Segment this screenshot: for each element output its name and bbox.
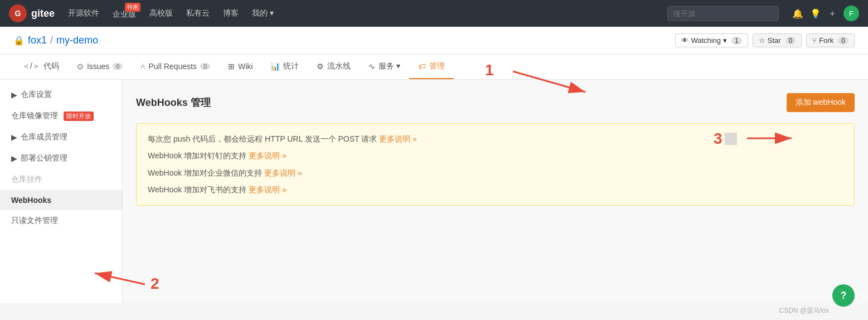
repo-settings-label: 仓库设置: [21, 90, 52, 100]
watching-label: Watching: [691, 36, 721, 45]
page-title: WebHooks 管理: [136, 96, 211, 109]
wiki-icon: ⊞: [228, 62, 235, 71]
arrow-right-icon-members: ▶: [11, 133, 17, 142]
services-icon: ∿: [368, 62, 375, 71]
gitee-logo[interactable]: G gitee: [9, 4, 55, 22]
info-box: 每次您 push 代码后，都会给远程 HTTP URL 发送一个 POST 请求…: [136, 123, 855, 206]
info-line-1: 每次您 push 代码后，都会给远程 HTTP URL 发送一个 POST 请求…: [148, 133, 843, 145]
eye-icon: 👁: [681, 36, 688, 45]
sidebar-item-widget: 仓库挂件: [0, 169, 122, 190]
info-link-2[interactable]: 更多说明 »: [249, 151, 287, 160]
tab-pr-label: Pull Requests: [148, 62, 196, 71]
logo-text: gitee: [31, 8, 55, 20]
nav-icons: 🔔 💡 ＋ F: [792, 6, 859, 21]
search-input[interactable]: [667, 6, 779, 21]
sidebar-item-repo-settings[interactable]: ▶ 仓库设置: [0, 84, 122, 105]
code-icon: ＜/＞: [22, 61, 40, 71]
help-button[interactable]: ?: [832, 284, 855, 303]
manage-icon: 🏷: [418, 62, 426, 71]
tab-pipeline-label: 流水线: [327, 61, 351, 71]
plus-icon[interactable]: ＋: [828, 8, 837, 20]
bell-icon[interactable]: 🔔: [792, 8, 803, 19]
tab-issues-label: Issues: [87, 62, 109, 71]
fork-icon: ⑂: [812, 36, 817, 45]
pr-badge: 0: [200, 63, 210, 70]
webhooks-label: WebHooks: [11, 196, 51, 205]
mirror-label: 仓库镜像管理: [11, 111, 58, 121]
nav-item-mine[interactable]: 我的 ▾: [252, 8, 274, 18]
stats-icon: 📊: [270, 62, 280, 71]
star-count: 0: [785, 37, 796, 45]
star-button[interactable]: ☆ Star 0: [753, 33, 802, 47]
repo-owner-link[interactable]: fox1: [28, 35, 47, 46]
tab-code[interactable]: ＜/＞ 代码: [13, 55, 68, 79]
sidebar-item-webhooks[interactable]: WebHooks: [0, 190, 122, 210]
readonly-label: 只读文件管理: [11, 216, 58, 226]
sidebar: ▶ 仓库设置 仓库镜像管理 限时开放 ▶ 仓库成员管理 ▶ 部署公钥管理 仓库挂…: [0, 80, 123, 303]
sidebar-item-mirror[interactable]: 仓库镜像管理 限时开放: [0, 105, 122, 127]
pr-icon: ⑃: [140, 62, 145, 71]
issues-badge: 0: [113, 63, 123, 70]
main-content: ▶ 仓库设置 仓库镜像管理 限时开放 ▶ 仓库成员管理 ▶ 部署公钥管理 仓库挂…: [0, 80, 868, 303]
tab-pull-requests[interactable]: ⑃ Pull Requests 0: [132, 55, 219, 79]
members-label: 仓库成员管理: [21, 132, 67, 142]
arrow-right-icon-deploy: ▶: [11, 154, 17, 163]
tab-code-label: 代码: [43, 61, 59, 71]
watching-dropdown-icon: ▾: [723, 36, 727, 45]
nav-item-university[interactable]: 高校版: [149, 8, 173, 18]
bulb-icon[interactable]: 💡: [810, 8, 821, 19]
tab-manage[interactable]: 🏷 管理: [409, 55, 454, 79]
watching-count: 1: [731, 37, 742, 45]
fork-count: 0: [838, 37, 848, 45]
nav-item-enterprise[interactable]: 企业版 特惠: [113, 7, 136, 20]
star-icon: ☆: [759, 36, 765, 45]
info-line-2: WebHook 增加对钉钉的支持 更多说明 »: [148, 149, 843, 162]
repo-actions: 👁 Watching ▾ 1 ☆ Star 0 ⑂ Fork 0: [675, 33, 855, 47]
add-webhook-button[interactable]: 添加 webHook: [787, 93, 855, 112]
tab-services-label: 服务 ▾: [379, 61, 400, 71]
logo-circle: G: [9, 4, 27, 22]
nav-item-private-cloud[interactable]: 私有云: [186, 8, 210, 18]
sidebar-item-deploy-keys[interactable]: ▶ 部署公钥管理: [0, 148, 122, 169]
tab-wiki-label: Wiki: [238, 62, 253, 71]
sidebar-item-readonly[interactable]: 只读文件管理: [0, 210, 122, 231]
tejia-badge: 特惠: [125, 3, 140, 12]
issues-icon: ⊙: [77, 62, 84, 71]
sidebar-item-members[interactable]: ▶ 仓库成员管理: [0, 127, 122, 148]
repo-title: 🔒 fox1 / my-demo: [13, 35, 98, 46]
repo-header: 🔒 fox1 / my-demo 👁 Watching ▾ 1 ☆ Star 0…: [0, 27, 868, 55]
info-link-1[interactable]: 更多说明 »: [379, 134, 417, 143]
top-navigation: G gitee 开源软件 企业版 特惠 高校版 私有云 博客 我的 ▾ 🔔 💡 …: [0, 0, 868, 27]
tab-issues[interactable]: ⊙ Issues 0: [68, 55, 132, 79]
info-link-3[interactable]: 更多说明 »: [264, 168, 302, 177]
content-area: WebHooks 管理 添加 webHook 每次您 push 代码后，都会给远…: [123, 80, 868, 303]
watching-button[interactable]: 👁 Watching ▾ 1: [675, 33, 748, 47]
repo-name-link[interactable]: my-demo: [56, 35, 98, 46]
tab-services[interactable]: ∿ 服务 ▾: [360, 55, 409, 79]
widget-label: 仓库挂件: [11, 174, 42, 185]
tab-manage-label: 管理: [429, 61, 445, 71]
mirror-badge: 限时开放: [64, 111, 94, 121]
fork-label: Fork: [819, 36, 833, 45]
avatar[interactable]: F: [843, 6, 859, 21]
fork-button[interactable]: ⑂ Fork 0: [806, 33, 855, 47]
pipeline-icon: ⚙: [317, 62, 324, 71]
nav-item-blog[interactable]: 博客: [223, 8, 239, 18]
tab-wiki[interactable]: ⊞ Wiki: [219, 55, 261, 79]
info-link-4[interactable]: 更多说明 »: [249, 185, 287, 194]
info-line-3: WebHook 增加对企业微信的支持 更多说明 »: [148, 167, 843, 179]
tab-stats-label: 统计: [283, 61, 299, 71]
deploy-keys-label: 部署公钥管理: [21, 153, 67, 163]
star-label: Star: [768, 36, 781, 45]
lock-icon: 🔒: [13, 35, 25, 46]
tab-stats[interactable]: 📊 统计: [261, 55, 308, 79]
tab-navigation: ＜/＞ 代码 ⊙ Issues 0 ⑃ Pull Requests 0 ⊞ Wi…: [0, 55, 868, 80]
content-header: WebHooks 管理 添加 webHook: [136, 93, 855, 112]
arrow-right-icon: ▶: [11, 90, 17, 99]
separator: /: [50, 35, 53, 46]
info-line-4: WebHook 增加对飞书的支持 更多说明 »: [148, 183, 843, 196]
nav-item-opensource[interactable]: 开源软件: [68, 8, 99, 18]
tab-pipeline[interactable]: ⚙ 流水线: [308, 55, 360, 79]
